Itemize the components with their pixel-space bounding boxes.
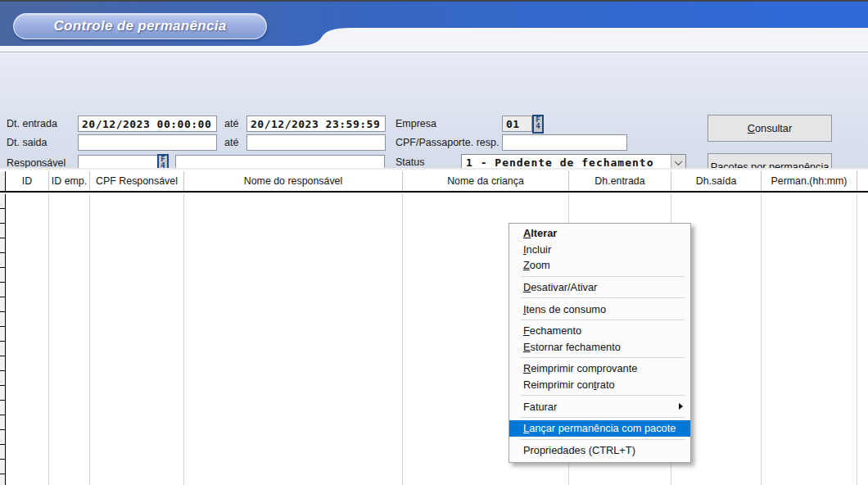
page-title: Controle de permanência xyxy=(13,13,267,39)
submenu-arrow-icon xyxy=(679,403,683,410)
row-indicator-cell xyxy=(0,342,5,356)
menu-item-desativar-ativar[interactable]: Desativar/Ativar xyxy=(509,279,690,296)
menu-item-itens-de-consumo[interactable]: Itens de consumo xyxy=(509,301,690,317)
row-indicator-cell xyxy=(0,460,5,474)
grid-body[interactable] xyxy=(0,194,868,485)
menu-separator xyxy=(521,276,685,277)
row-indicator-cell xyxy=(0,238,5,253)
grid-column-nome-responsavel xyxy=(184,194,403,485)
row-indicator-cell xyxy=(0,194,5,209)
dt-saida-label: Dt. saida xyxy=(7,137,47,148)
column-header-nome-responsavel[interactable]: Nome do responsável xyxy=(184,171,403,191)
column-header-id[interactable]: ID xyxy=(6,171,49,191)
menu-item-reimprimir-comprovante[interactable]: Reimprimir comprovante xyxy=(509,360,690,377)
row-indicator-cell xyxy=(0,224,5,238)
dt-entrada-to-input[interactable]: 20/12/2023 23:59:59 xyxy=(246,116,386,132)
menu-item-incluir[interactable]: Incluir xyxy=(509,242,690,258)
column-header-dh-entrada[interactable]: Dh.entrada xyxy=(569,171,671,191)
row-indicator-cell xyxy=(0,312,5,327)
menu-item-fechamento[interactable]: Fechamento xyxy=(509,323,690,339)
empresa-label: Empresa xyxy=(396,118,436,129)
row-indicator-cell xyxy=(0,253,5,268)
row-indicator-cell xyxy=(0,297,5,312)
row-indicator-cell xyxy=(0,401,5,415)
grid-column-perman xyxy=(762,194,857,485)
chevron-down-icon xyxy=(675,157,683,165)
menu-separator xyxy=(521,320,685,320)
row-indicator-cell xyxy=(0,430,5,445)
empresa-input[interactable]: 01 xyxy=(502,116,532,132)
page-title-text: Controle de permanência xyxy=(54,18,227,34)
menu-item-reimprimir-contrato[interactable]: Reimprimir contrato xyxy=(509,377,690,393)
cpf-input[interactable] xyxy=(502,134,627,151)
column-header-nome-crianca[interactable]: Nome da criança xyxy=(403,171,569,191)
menu-separator xyxy=(521,357,685,358)
menu-item-estornar-fechamento[interactable]: Estornar fechamento xyxy=(509,339,690,356)
row-indicator-cell xyxy=(0,474,5,485)
menu-item-lancar-permanencia-com-pacote[interactable]: Lançar permanência com pacote xyxy=(509,420,690,437)
row-indicator-cell xyxy=(0,327,5,342)
consultar-button[interactable]: Consultar xyxy=(708,115,832,142)
row-indicator-cell xyxy=(0,386,5,401)
dt-saida-until-label: até xyxy=(224,137,238,148)
menu-separator xyxy=(521,417,685,418)
context-menu: Alterar Incluir Zoom Desativar/Ativar It… xyxy=(509,223,691,463)
row-indicator-cell xyxy=(0,371,5,386)
status-label: Status xyxy=(396,156,424,168)
grid-column-id xyxy=(6,194,49,485)
results-grid: ID ID emp. CPF Responsável Nome do respo… xyxy=(0,168,868,485)
menu-item-alterar[interactable]: Alterar xyxy=(509,225,690,242)
row-indicator-cell xyxy=(0,445,5,460)
menu-item-zoom[interactable]: Zoom xyxy=(509,257,690,274)
grid-header-row: ID ID emp. CPF Responsável Nome do respo… xyxy=(0,171,868,193)
row-indicator-header xyxy=(0,171,6,191)
responsavel-label: Responsável xyxy=(7,157,66,169)
empresa-f4-button[interactable]: F4 xyxy=(532,115,544,134)
grid-column-id-emp xyxy=(49,194,90,485)
banner: Controle de permanência xyxy=(0,2,868,52)
row-indicator-cell xyxy=(0,209,5,224)
column-header-id-emp[interactable]: ID emp. xyxy=(49,171,90,191)
dt-entrada-label: Dt. entrada xyxy=(7,118,57,129)
row-indicator-cell xyxy=(0,268,5,283)
menu-item-propriedades[interactable]: Propriedades (CTRL+T) xyxy=(509,442,690,459)
row-indicator-cell xyxy=(0,415,5,430)
dt-entrada-until-label: até xyxy=(224,118,238,129)
row-indicator-cell xyxy=(0,283,5,297)
column-header-cpf[interactable]: CPF Responsável xyxy=(90,171,184,191)
menu-item-faturar[interactable]: Faturar xyxy=(509,398,690,415)
menu-separator xyxy=(521,395,685,396)
dt-saida-from-input[interactable] xyxy=(78,134,217,151)
column-header-dh-saida[interactable]: Dh.saída xyxy=(671,171,762,191)
menu-separator xyxy=(521,297,685,298)
grid-column-cpf xyxy=(90,194,184,485)
row-indicator-column xyxy=(0,194,6,485)
cpf-label: CPF/Passaporte. resp. xyxy=(396,137,499,148)
row-indicator-cell xyxy=(0,356,5,371)
menu-separator xyxy=(521,439,685,440)
column-header-perman[interactable]: Perman.(hh:mm) xyxy=(762,171,857,191)
filter-form: Dt. entrada Dt. saida Responsável Crianç… xyxy=(0,53,868,168)
dt-entrada-from-input[interactable]: 20/12/2023 00:00:00 xyxy=(78,116,217,132)
dt-saida-to-input[interactable] xyxy=(246,134,386,151)
